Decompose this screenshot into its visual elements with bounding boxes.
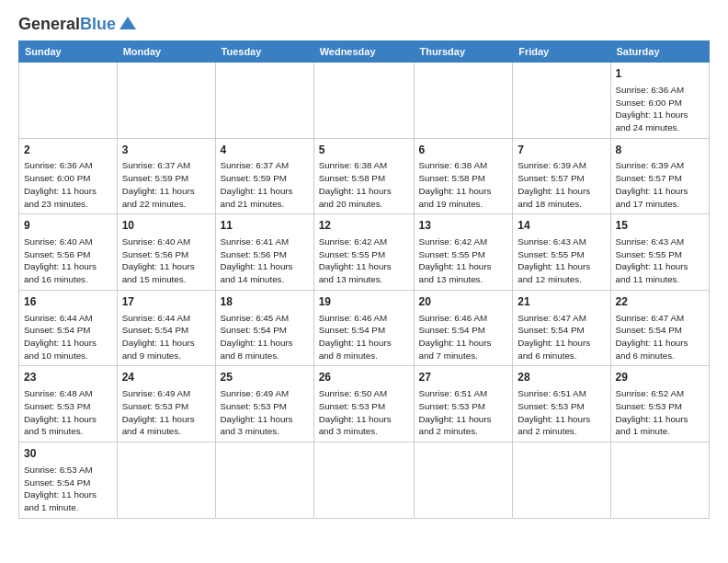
- day-number: 20: [419, 294, 508, 310]
- day-info: Sunrise: 6:49 AM Sunset: 5:53 PM Dayligh…: [122, 387, 210, 438]
- day-number: 28: [518, 370, 605, 385]
- calendar-cell: [19, 63, 118, 139]
- calendar-cell: [414, 63, 513, 139]
- day-info: Sunrise: 6:42 AM Sunset: 5:55 PM Dayligh…: [319, 236, 409, 286]
- day-number: 16: [24, 294, 112, 310]
- calendar-cell: 12Sunrise: 6:42 AM Sunset: 5:55 PM Dayli…: [313, 214, 414, 291]
- day-number: 6: [419, 143, 508, 158]
- calendar-cell: 27Sunrise: 6:51 AM Sunset: 5:53 PM Dayli…: [414, 366, 513, 442]
- day-info: Sunrise: 6:40 AM Sunset: 5:56 PM Dayligh…: [24, 236, 112, 286]
- day-info: Sunrise: 6:37 AM Sunset: 5:59 PM Dayligh…: [221, 159, 309, 210]
- day-info: Sunrise: 6:53 AM Sunset: 5:54 PM Dayligh…: [24, 464, 112, 514]
- calendar-cell: 25Sunrise: 6:49 AM Sunset: 5:53 PM Dayli…: [215, 366, 313, 442]
- day-info: Sunrise: 6:45 AM Sunset: 5:54 PM Dayligh…: [221, 312, 309, 362]
- day-number: 7: [518, 143, 605, 158]
- day-info: Sunrise: 6:44 AM Sunset: 5:54 PM Dayligh…: [122, 312, 210, 362]
- day-info: Sunrise: 6:46 AM Sunset: 5:54 PM Dayligh…: [419, 312, 508, 362]
- calendar-cell: [313, 442, 414, 519]
- calendar-week-row: 30Sunrise: 6:53 AM Sunset: 5:54 PM Dayli…: [19, 442, 710, 519]
- day-info: Sunrise: 6:39 AM Sunset: 5:57 PM Dayligh…: [518, 159, 605, 210]
- calendar-cell: [513, 63, 610, 139]
- calendar-week-row: 9Sunrise: 6:40 AM Sunset: 5:56 PM Daylig…: [19, 214, 710, 291]
- calendar-cell: 17Sunrise: 6:44 AM Sunset: 5:54 PM Dayli…: [117, 290, 215, 366]
- calendar-cell: 22Sunrise: 6:47 AM Sunset: 5:54 PM Dayli…: [610, 290, 710, 366]
- day-info: Sunrise: 6:51 AM Sunset: 5:53 PM Dayligh…: [518, 387, 605, 438]
- day-info: Sunrise: 6:36 AM Sunset: 6:00 PM Dayligh…: [616, 84, 705, 134]
- calendar-cell: 20Sunrise: 6:46 AM Sunset: 5:54 PM Dayli…: [414, 290, 513, 366]
- day-number: 2: [24, 143, 112, 158]
- calendar: SundayMondayTuesdayWednesdayThursdayFrid…: [18, 40, 710, 519]
- calendar-cell: 23Sunrise: 6:48 AM Sunset: 5:53 PM Dayli…: [19, 366, 118, 442]
- day-number: 25: [221, 370, 309, 385]
- calendar-cell: 4Sunrise: 6:37 AM Sunset: 5:59 PM Daylig…: [215, 138, 313, 214]
- day-number: 14: [518, 218, 605, 234]
- calendar-cell: 1Sunrise: 6:36 AM Sunset: 6:00 PM Daylig…: [610, 63, 710, 139]
- calendar-week-row: 23Sunrise: 6:48 AM Sunset: 5:53 PM Dayli…: [19, 366, 710, 442]
- day-info: Sunrise: 6:39 AM Sunset: 5:57 PM Dayligh…: [616, 159, 705, 210]
- day-number: 17: [122, 294, 210, 310]
- calendar-header: SundayMondayTuesdayWednesdayThursdayFrid…: [19, 41, 710, 63]
- weekday-header-row: SundayMondayTuesdayWednesdayThursdayFrid…: [19, 41, 710, 63]
- calendar-cell: 9Sunrise: 6:40 AM Sunset: 5:56 PM Daylig…: [19, 214, 118, 291]
- logo-text: GeneralBlue: [18, 16, 116, 32]
- day-number: 22: [616, 294, 705, 310]
- day-number: 4: [221, 143, 309, 158]
- calendar-cell: 29Sunrise: 6:52 AM Sunset: 5:53 PM Dayli…: [610, 366, 710, 442]
- calendar-cell: [215, 442, 313, 519]
- svg-marker-0: [119, 17, 136, 29]
- day-number: 1: [616, 66, 705, 82]
- calendar-cell: [117, 63, 215, 139]
- day-number: 13: [419, 218, 508, 234]
- day-info: Sunrise: 6:37 AM Sunset: 5:59 PM Dayligh…: [122, 159, 210, 210]
- day-info: Sunrise: 6:36 AM Sunset: 6:00 PM Dayligh…: [24, 159, 112, 210]
- calendar-cell: 21Sunrise: 6:47 AM Sunset: 5:54 PM Dayli…: [513, 290, 610, 366]
- weekday-header-monday: Monday: [117, 41, 215, 63]
- calendar-cell: 7Sunrise: 6:39 AM Sunset: 5:57 PM Daylig…: [513, 138, 610, 214]
- day-number: 27: [419, 370, 508, 385]
- day-number: 8: [616, 143, 705, 158]
- day-info: Sunrise: 6:50 AM Sunset: 5:53 PM Dayligh…: [319, 387, 409, 438]
- day-info: Sunrise: 6:47 AM Sunset: 5:54 PM Dayligh…: [518, 312, 605, 362]
- calendar-cell: [313, 63, 414, 139]
- day-info: Sunrise: 6:52 AM Sunset: 5:53 PM Dayligh…: [616, 387, 705, 438]
- calendar-cell: 3Sunrise: 6:37 AM Sunset: 5:59 PM Daylig…: [117, 138, 215, 214]
- calendar-cell: 6Sunrise: 6:38 AM Sunset: 5:58 PM Daylig…: [414, 138, 513, 214]
- logo: GeneralBlue: [18, 15, 138, 33]
- calendar-cell: 30Sunrise: 6:53 AM Sunset: 5:54 PM Dayli…: [19, 442, 118, 519]
- day-number: 21: [518, 294, 605, 310]
- day-number: 12: [319, 218, 409, 234]
- day-info: Sunrise: 6:44 AM Sunset: 5:54 PM Dayligh…: [24, 312, 112, 362]
- weekday-header-saturday: Saturday: [610, 41, 710, 63]
- weekday-header-sunday: Sunday: [19, 41, 118, 63]
- day-number: 26: [319, 370, 409, 385]
- calendar-week-row: 2Sunrise: 6:36 AM Sunset: 6:00 PM Daylig…: [19, 138, 710, 214]
- calendar-cell: 8Sunrise: 6:39 AM Sunset: 5:57 PM Daylig…: [610, 138, 710, 214]
- weekday-header-thursday: Thursday: [414, 41, 513, 63]
- day-info: Sunrise: 6:38 AM Sunset: 5:58 PM Dayligh…: [319, 159, 409, 210]
- logo-icon: [118, 13, 138, 33]
- calendar-cell: [610, 442, 710, 519]
- calendar-cell: 28Sunrise: 6:51 AM Sunset: 5:53 PM Dayli…: [513, 366, 610, 442]
- calendar-cell: 19Sunrise: 6:46 AM Sunset: 5:54 PM Dayli…: [313, 290, 414, 366]
- calendar-cell: 11Sunrise: 6:41 AM Sunset: 5:56 PM Dayli…: [215, 214, 313, 291]
- calendar-week-row: 1Sunrise: 6:36 AM Sunset: 6:00 PM Daylig…: [19, 63, 710, 139]
- day-number: 15: [616, 218, 705, 234]
- day-info: Sunrise: 6:46 AM Sunset: 5:54 PM Dayligh…: [319, 312, 409, 362]
- calendar-cell: 18Sunrise: 6:45 AM Sunset: 5:54 PM Dayli…: [215, 290, 313, 366]
- calendar-cell: [117, 442, 215, 519]
- calendar-cell: 14Sunrise: 6:43 AM Sunset: 5:55 PM Dayli…: [513, 214, 610, 291]
- weekday-header-tuesday: Tuesday: [215, 41, 313, 63]
- calendar-week-row: 16Sunrise: 6:44 AM Sunset: 5:54 PM Dayli…: [19, 290, 710, 366]
- header: GeneralBlue: [18, 15, 710, 33]
- day-info: Sunrise: 6:41 AM Sunset: 5:56 PM Dayligh…: [221, 236, 309, 286]
- calendar-cell: [414, 442, 513, 519]
- day-info: Sunrise: 6:48 AM Sunset: 5:53 PM Dayligh…: [24, 387, 112, 438]
- day-number: 24: [122, 370, 210, 385]
- day-info: Sunrise: 6:43 AM Sunset: 5:55 PM Dayligh…: [518, 236, 605, 286]
- calendar-cell: 10Sunrise: 6:40 AM Sunset: 5:56 PM Dayli…: [117, 214, 215, 291]
- day-number: 5: [319, 143, 409, 158]
- day-info: Sunrise: 6:51 AM Sunset: 5:53 PM Dayligh…: [419, 387, 508, 438]
- weekday-header-wednesday: Wednesday: [313, 41, 414, 63]
- day-number: 18: [221, 294, 309, 310]
- calendar-body: 1Sunrise: 6:36 AM Sunset: 6:00 PM Daylig…: [19, 63, 710, 519]
